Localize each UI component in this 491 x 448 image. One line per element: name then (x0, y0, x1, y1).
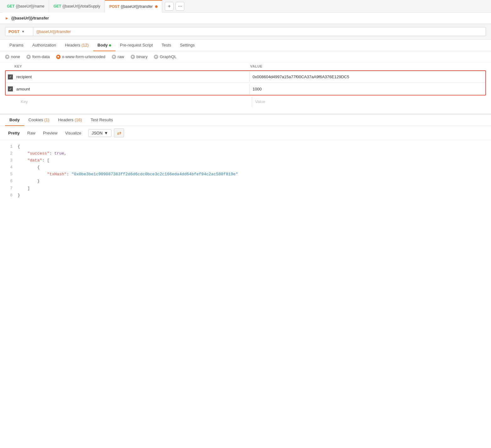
json-line-2: 2 "success": true, (5, 150, 486, 157)
table-header: KEY VALUE (5, 63, 486, 70)
tab-params[interactable]: Params (5, 40, 28, 51)
row-key-amount[interactable]: amount (15, 84, 250, 94)
radio-none[interactable]: none (5, 54, 20, 59)
response-tab-test-results[interactable]: Test Results (86, 114, 117, 126)
json-line-6: 6 } (5, 178, 486, 185)
tab-get-totalsupply[interactable]: GET {{baseUrl}}/totalSupply (49, 0, 105, 13)
json-viewer: 1 { 2 "success": true, 3 "data": [ 4 { 5 (0, 140, 491, 202)
response-tab-cookies[interactable]: Cookies (1) (24, 114, 54, 126)
tab-post-transfer[interactable]: POST {{baseUrl}}/transfer (105, 0, 162, 13)
response-test-results-label: Test Results (91, 117, 113, 122)
tab-url-label: {{baseUrl}}/transfer (121, 4, 153, 9)
checkbox-icon[interactable]: ✓ (8, 86, 13, 91)
format-visualize-button[interactable]: Visualize (62, 129, 84, 137)
tab-tests[interactable]: Tests (157, 40, 175, 51)
radio-graphql[interactable]: GraphQL (154, 54, 176, 59)
response-headers-label: Headers (58, 117, 75, 122)
method-chevron-icon: ▼ (21, 30, 24, 33)
key-column-header: KEY (14, 64, 250, 68)
response-headers-badge: (16) (75, 117, 82, 122)
radio-raw-circle (112, 55, 116, 59)
json-line-7: 7 ] (5, 185, 486, 192)
body-dot (109, 44, 111, 46)
breadcrumb-url: {{baseUrl}}/transfer (11, 16, 49, 20)
line-number: 2 (5, 150, 13, 157)
response-body-label: Body (9, 117, 20, 122)
response-section: Body Cookies (1) Headers (16) Test Resul… (0, 114, 491, 202)
radio-graphql-circle (154, 55, 158, 59)
response-tab-headers[interactable]: Headers (16) (54, 114, 86, 126)
placeholder-key[interactable]: Key (19, 97, 252, 107)
json-line-4: 4 { (5, 164, 486, 171)
tab-body[interactable]: Body (93, 40, 116, 51)
radio-raw[interactable]: raw (112, 54, 124, 59)
tab-active-dot (155, 5, 158, 8)
json-content: "success": true, (18, 150, 486, 157)
radio-urlencoded-label: x-www-form-urlencoded (62, 54, 105, 59)
wrap-button[interactable]: ⇄ (114, 128, 124, 137)
tab-url-label: {{baseUrl}}/totalSupply (62, 4, 100, 8)
json-line-3: 3 "data": [ (5, 157, 486, 164)
method-label: POST (8, 29, 19, 34)
line-number: 3 (5, 157, 13, 164)
row-value-amount[interactable]: 1000 (250, 84, 486, 94)
expand-icon[interactable]: ► (5, 16, 9, 20)
json-content: ] (18, 185, 486, 192)
checkbox-icon[interactable]: ✓ (8, 74, 13, 79)
tab-headers-label: Headers (65, 43, 82, 47)
radio-binary-circle (131, 55, 135, 59)
response-tab-body[interactable]: Body (5, 114, 24, 126)
request-nav-tabs: Params Authorization Headers (12) Body P… (0, 40, 491, 51)
row-value-recipient[interactable]: 0x008604d4997a15a77f00CA37aA9f6A376E129D… (250, 72, 486, 82)
tab-method-label: GET (7, 4, 15, 8)
format-dropdown-label: JSON (92, 131, 103, 135)
format-dropdown-chevron-icon: ▼ (104, 131, 108, 135)
radio-form-data-circle (26, 55, 31, 59)
url-input[interactable] (33, 27, 486, 36)
table-placeholder-row: Key Value (5, 96, 486, 107)
json-content: "txHash": "0x0be3be1c909087383ff2d6d6cdc… (18, 171, 486, 178)
cookies-badge: (1) (44, 117, 49, 122)
tab-actions: + ··· (165, 2, 184, 11)
format-pretty-button[interactable]: Pretty (5, 129, 23, 137)
table-row: ✓ recipient 0x008604d4997a15a77f00CA37aA… (6, 71, 485, 83)
json-line-1: 1 { (5, 143, 486, 150)
json-content: { (18, 143, 486, 150)
format-preview-button[interactable]: Preview (40, 129, 61, 137)
row-key-recipient[interactable]: recipient (15, 72, 250, 82)
tabs-bar: GET {{baseUrl}}/name GET {{baseUrl}}/tot… (0, 0, 491, 13)
tab-authorization-label: Authorization (32, 43, 56, 47)
row-checkbox-amount[interactable]: ✓ (6, 86, 15, 91)
request-bar: POST ▼ (0, 24, 491, 40)
tab-headers[interactable]: Headers (12) (61, 40, 93, 51)
radio-binary[interactable]: binary (131, 54, 148, 59)
response-format-bar: Pretty Raw Preview Visualize JSON ▼ ⇄ (0, 126, 491, 140)
table-area: KEY VALUE ✓ recipient 0x008604d4997a15a7… (0, 63, 491, 107)
response-cookies-label: Cookies (29, 117, 45, 122)
tab-settings[interactable]: Settings (175, 40, 199, 51)
value-column-header: VALUE (250, 64, 486, 68)
format-raw-button[interactable]: Raw (24, 129, 39, 137)
tab-authorization[interactable]: Authorization (28, 40, 61, 51)
method-selector[interactable]: POST ▼ (5, 27, 33, 36)
format-dropdown[interactable]: JSON ▼ (88, 129, 112, 137)
radio-raw-label: raw (118, 54, 124, 59)
line-number: 5 (5, 171, 13, 178)
tab-prerequest[interactable]: Pre-request Script (116, 40, 157, 51)
line-number: 4 (5, 164, 13, 171)
tab-tests-label: Tests (162, 43, 171, 47)
radio-none-circle (5, 55, 9, 59)
radio-x-www-form-urlencoded[interactable]: x-www-form-urlencoded (56, 54, 105, 59)
tab-body-label: Body (98, 43, 108, 47)
response-tabs: Body Cookies (1) Headers (16) Test Resul… (0, 114, 491, 126)
tab-get-name[interactable]: GET {{baseUrl}}/name (3, 0, 49, 13)
row-checkbox-recipient[interactable]: ✓ (6, 74, 15, 79)
json-line-5: 5 "txHash": "0x0be3be1c909087383ff2d6d6c… (5, 171, 486, 178)
more-tabs-button[interactable]: ··· (175, 2, 184, 11)
placeholder-value[interactable]: Value (252, 97, 486, 107)
tab-method-label: POST (109, 4, 120, 9)
line-number: 7 (5, 185, 13, 192)
wrap-icon: ⇄ (117, 130, 121, 136)
add-tab-button[interactable]: + (165, 2, 174, 11)
radio-form-data[interactable]: form-data (26, 54, 50, 59)
